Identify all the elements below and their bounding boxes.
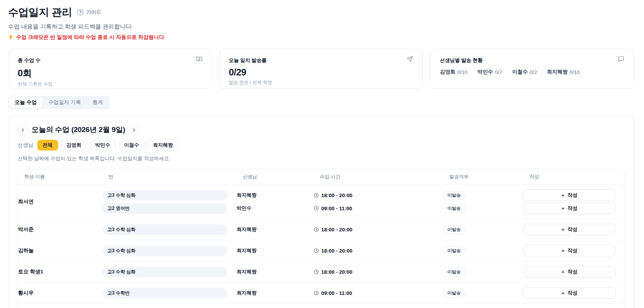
class-time: 09:00 - 11:00 bbox=[314, 290, 352, 296]
time-line: 18:00 - 20:00 bbox=[314, 224, 443, 235]
card-value: 0회 bbox=[18, 67, 202, 79]
time-cell: 09:00 - 11:00 bbox=[314, 287, 443, 299]
teacher-send-count: 0/2 bbox=[530, 69, 537, 75]
action-cell: +작성 bbox=[523, 224, 624, 235]
student-name: 황시우 bbox=[18, 290, 102, 296]
plus-icon: + bbox=[561, 226, 565, 232]
teacher-line: 최지혜짱 bbox=[237, 287, 314, 299]
col-header-time: 수업 시간 bbox=[320, 174, 449, 180]
time-cell: 18:00 - 20:00 bbox=[314, 266, 443, 278]
teacher-name: 김영희 bbox=[440, 69, 455, 75]
class-line: 고3 수학 심화 bbox=[102, 245, 237, 256]
question-circle-icon: ? bbox=[77, 9, 83, 15]
status-line: 미발송 bbox=[443, 245, 523, 256]
action-cell: +작성+작성 bbox=[523, 189, 624, 214]
class-badge: 고3 수학반 bbox=[102, 288, 227, 298]
time-cell: 18:00 - 20:00 bbox=[314, 224, 443, 235]
table-row: 토요 학생1고3 수학 심화최지혜짱18:00 - 20:00미발송+작성 bbox=[18, 261, 624, 283]
tab-0[interactable]: 오늘 수업 bbox=[9, 97, 42, 108]
teacher-name: 이철수 bbox=[512, 69, 528, 75]
tab-2[interactable]: 통계 bbox=[87, 97, 108, 108]
class-line: 고3 수학 심화 bbox=[102, 189, 237, 201]
clock-icon bbox=[314, 248, 319, 253]
col-header-action: 작성 bbox=[529, 174, 624, 180]
panel-title: 오늘의 수업 (2026년 2월 9일) bbox=[32, 125, 125, 135]
credit-notice: 수업 크레딧은 반 일정에 따라 수업 종료 시 자동으로 차감됩니다 bbox=[8, 34, 634, 41]
time-cell: 18:00 - 20:00 bbox=[314, 245, 443, 256]
col-header-class: 반 bbox=[108, 174, 243, 180]
clock-icon bbox=[314, 227, 319, 232]
lightbulb-icon bbox=[8, 35, 13, 40]
status-badge: 미발송 bbox=[443, 246, 465, 255]
filter-button-0[interactable]: 전체 bbox=[37, 140, 58, 151]
panel-description: 선택한 날짜에 수업이 있는 학생 목록입니다. 수업일지를 작성하세요. bbox=[18, 155, 624, 162]
plus-icon: + bbox=[561, 205, 565, 211]
class-time: 18:00 - 20:00 bbox=[314, 269, 352, 275]
clock-icon bbox=[314, 269, 319, 275]
write-journal-button[interactable]: +작성 bbox=[523, 203, 616, 214]
card-title: 선생님별 발송 현황 bbox=[440, 56, 482, 64]
tab-1[interactable]: 수업일지 기록 bbox=[43, 97, 87, 108]
action-line: +작성 bbox=[523, 287, 624, 299]
status-badge: 미발송 bbox=[443, 225, 465, 234]
class-line: 고3 수학 심화 bbox=[102, 224, 237, 235]
filter-button-3[interactable]: 이철수 bbox=[119, 140, 145, 151]
card-title: 오늘 일지 발송률 bbox=[229, 56, 267, 64]
class-teacher: 최지혜짱 bbox=[237, 247, 257, 254]
guide-button[interactable]: ? 가이드 bbox=[77, 9, 101, 16]
status-line: 미발송 bbox=[443, 287, 523, 299]
col-header-student: 학생 이름 bbox=[24, 174, 108, 180]
filter-button-4[interactable]: 최지혜짱 bbox=[148, 140, 179, 151]
next-day-button[interactable] bbox=[129, 125, 139, 135]
tab-bar: 오늘 수업수업일지 기록통계 bbox=[8, 95, 110, 109]
write-journal-button[interactable]: +작성 bbox=[523, 189, 616, 201]
class-journal-page: 수업일지 관리 ? 가이드 수업 내용을 기록하고 학생 피드백을 관리합니다 … bbox=[0, 0, 644, 308]
teacher-stat-item: 이철수0/2 bbox=[512, 69, 537, 75]
class-badge: 고3 수학 심화 bbox=[102, 190, 227, 201]
stats-cards: 총 수업 수 0회 전체 기록된 수업 오늘 일지 발송률 0/29 발송 완료… bbox=[8, 49, 634, 89]
time-line: 18:00 - 20:00 bbox=[314, 189, 443, 201]
write-journal-button[interactable]: +작성 bbox=[523, 245, 616, 256]
plus-icon: + bbox=[561, 269, 565, 275]
class-time: 18:00 - 20:00 bbox=[314, 227, 352, 233]
status-line: 미발송 bbox=[443, 203, 523, 214]
status-badge: 미발송 bbox=[443, 191, 465, 200]
status-badge: 미발송 bbox=[443, 204, 465, 213]
filter-label: 선생님 bbox=[18, 142, 33, 149]
status-cell: 미발송 bbox=[443, 224, 523, 235]
class-teacher: 최지혜짱 bbox=[237, 268, 257, 275]
clock-icon bbox=[314, 192, 319, 198]
class-badge: 고3 수학 심화 bbox=[102, 224, 227, 235]
page-title: 수업일지 관리 bbox=[8, 5, 72, 19]
class-teacher: 박민수 bbox=[237, 205, 252, 212]
teacher-line: 최지혜짱 bbox=[237, 245, 314, 256]
chevron-right-icon bbox=[132, 127, 137, 132]
col-header-status: 발송여부 bbox=[449, 174, 529, 180]
table-row: 윤서준고3 수학반최지혜짱09:00 - 11:00미발송+작성 bbox=[18, 304, 624, 308]
teacher-name: 최지혜짱 bbox=[547, 69, 568, 75]
action-line: +작성 bbox=[523, 266, 624, 278]
filter-button-2[interactable]: 박민수 bbox=[90, 140, 116, 151]
teacher-name: 박민수 bbox=[477, 69, 493, 75]
write-journal-button[interactable]: +작성 bbox=[523, 224, 616, 235]
card-caption: 발송 완료 / 전체 학생 bbox=[229, 79, 414, 86]
filter-button-1[interactable]: 김영희 bbox=[61, 140, 87, 151]
status-cell: 미발송 bbox=[443, 266, 523, 278]
table-header-row: 학생 이름 반 선생님 수업 시간 발송여부 작성 bbox=[18, 169, 624, 185]
table-body: 최서연고3 수학 심화고2 영어반최지혜짱박민수18:00 - 20:0009:… bbox=[18, 185, 624, 308]
today-classes-panel: 오늘의 수업 (2026년 2월 9일) 선생님 전체김영희박민수이철수최지혜짱… bbox=[8, 116, 634, 308]
class-badge: 고2 영어반 bbox=[102, 203, 227, 214]
table-row: 최서연고3 수학 심화고2 영어반최지혜짱박민수18:00 - 20:0009:… bbox=[18, 185, 624, 219]
write-label: 작성 bbox=[567, 205, 577, 212]
guide-label: 가이드 bbox=[86, 9, 101, 16]
student-name: 박서준 bbox=[18, 226, 102, 233]
teacher-line: 박민수 bbox=[237, 203, 314, 214]
write-journal-button[interactable]: +작성 bbox=[523, 266, 616, 278]
teacher-stat-item: 박민수0/7 bbox=[477, 69, 502, 75]
write-journal-button[interactable]: +작성 bbox=[523, 287, 616, 299]
card-value: 0/29 bbox=[229, 67, 414, 78]
plus-icon: + bbox=[561, 192, 565, 198]
prev-day-button[interactable] bbox=[18, 125, 28, 135]
action-line: +작성 bbox=[523, 224, 624, 235]
class-cell: 고3 수학 심화고2 영어반 bbox=[102, 189, 237, 214]
